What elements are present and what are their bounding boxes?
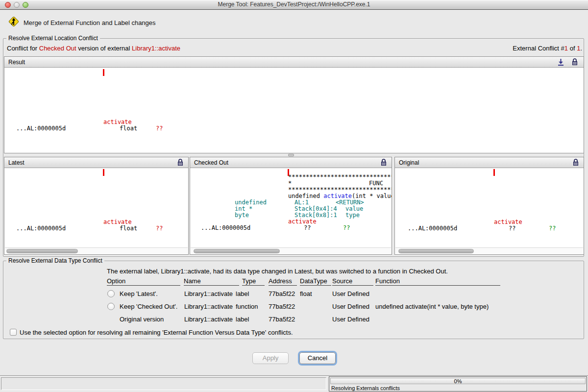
listing-datatype: ?? — [509, 225, 515, 232]
column-header-source: Source — [332, 277, 373, 286]
var-type: byte — [235, 212, 249, 219]
h-scrollbar[interactable] — [191, 247, 391, 254]
cell-type: function — [236, 302, 258, 311]
latest-panel-header: Latest — [4, 157, 188, 168]
column-header-address: Address — [269, 277, 297, 286]
use-for-all-checkbox[interactable] — [10, 329, 17, 336]
cell-source: User Defined — [332, 302, 369, 311]
column-header-name: Name — [184, 277, 239, 286]
cell-type: label — [236, 290, 249, 298]
original-panel-header: Original — [395, 157, 584, 168]
h-scrollbar-thumb[interactable] — [398, 249, 474, 253]
merge-sign-icon — [8, 16, 20, 27]
lock-icon[interactable] — [177, 159, 183, 166]
cell-function: undefined activate(int * value, byte typ… — [375, 302, 489, 311]
keep-checked-out-radio[interactable] — [107, 303, 115, 310]
column-header-option: Option — [107, 277, 180, 286]
listing-cursor — [103, 69, 104, 76]
latest-panel: Latest activate ...AL:0000005d float ?? — [4, 157, 189, 255]
listing-datatype: float — [120, 125, 137, 132]
cell-address: 77ba5f22 — [269, 290, 295, 298]
var-name: type — [345, 212, 360, 219]
cell-address: 77ba5f22 — [269, 315, 295, 324]
checked-out-panel: Checked Out ****************************… — [190, 157, 392, 255]
splitter-grip[interactable] — [288, 154, 294, 156]
column-header-function: Function — [375, 277, 500, 286]
checked-out-panel-title: Checked Out — [194, 157, 228, 168]
conflict-prefix: Conflict for — [7, 45, 39, 52]
listing-value: ?? — [343, 225, 350, 231]
checked-out-listing[interactable]: ****************************************… — [190, 168, 392, 254]
down-arrow-icon[interactable] — [558, 59, 564, 66]
listing-address: ...AL:0000005d — [201, 225, 250, 231]
h-scrollbar-thumb[interactable] — [194, 249, 280, 253]
progress-panel: 0% Resolving Externals conflicts — [329, 376, 587, 392]
counter-prefix: External Conflict # — [513, 45, 564, 52]
cell-datatype: float — [300, 290, 312, 298]
h-scrollbar[interactable] — [395, 247, 583, 254]
cell-name: Library1::activate — [184, 290, 233, 298]
listing-address: ...AL:0000005d — [408, 225, 457, 232]
column-header-datatype: DataType — [300, 277, 331, 286]
listing-value: ?? — [156, 125, 163, 132]
cell-name: Library1::activate — [184, 315, 233, 324]
use-for-all-label: Use the selected option for resolving al… — [20, 328, 293, 337]
h-scrollbar-thumb[interactable] — [6, 249, 78, 253]
listing-label: activate — [288, 219, 317, 225]
lock-icon[interactable] — [381, 159, 387, 166]
latest-listing[interactable]: activate ...AL:0000005d float ?? — [4, 168, 188, 254]
cell-address: 77ba5f22 — [269, 302, 295, 311]
option-label: Keep 'Latest'. — [120, 290, 158, 298]
window-title: Merge Tool: Features_DevTestProject:/Win… — [0, 1, 588, 8]
original-panel-title: Original — [399, 157, 419, 168]
lock-icon[interactable] — [573, 159, 579, 166]
apply-button[interactable]: Apply — [252, 352, 289, 364]
listing-datatype: float — [120, 225, 137, 232]
merge-phase-title: Merge of External Function and Label cha… — [24, 19, 156, 26]
datatype-conflict-description: The external label, Library1::activate, … — [107, 268, 448, 275]
listing-cursor — [103, 169, 104, 176]
result-panel-title: Result — [8, 57, 25, 68]
cell-name: Library1::activate — [184, 302, 233, 311]
signature-params: (int * value, byte type) — [352, 193, 392, 199]
conflict-description: Conflict for Checked Out version of exte… — [7, 45, 180, 52]
progress-message: Resolving Externals conflicts — [331, 385, 400, 391]
conflict-external-name: Library1::activate — [132, 45, 180, 52]
listing-value: ?? — [549, 225, 556, 232]
column-header-type: Type — [242, 277, 265, 286]
signature-return-type: undefined — [288, 193, 323, 199]
counter-of: of — [568, 45, 577, 52]
option-label: Original version — [120, 315, 164, 324]
listing-address: ...AL:0000005d — [16, 225, 66, 232]
cell-source: User Defined — [332, 315, 369, 324]
listing-value: ?? — [156, 225, 163, 232]
signature-function-name: activate — [323, 193, 352, 199]
listing-cursor — [493, 169, 495, 176]
listing-address: ...AL:0000005d — [16, 125, 66, 132]
latest-panel-title: Latest — [8, 157, 24, 168]
progress-bar: 0% — [330, 378, 586, 384]
result-panel: Result activate ...AL:0000005d float ?? — [4, 56, 584, 153]
location-conflict-group-title: Resolve External Location Conflict — [6, 35, 100, 42]
cancel-button[interactable]: Cancel — [299, 352, 336, 364]
original-listing[interactable]: activate ...AL:0000005d ?? ?? — [395, 168, 584, 254]
original-panel: Original activate ...AL:0000005d ?? ?? — [394, 157, 584, 255]
listing-datatype: ?? — [304, 225, 311, 231]
conflict-counter: External Conflict #1 of 1. — [513, 45, 582, 52]
titlebar: Merge Tool: Features_DevTestProject:/Win… — [0, 0, 588, 10]
conflict-middle: version of external — [76, 45, 132, 52]
lock-icon[interactable] — [572, 58, 578, 66]
result-panel-header: Result — [4, 57, 584, 68]
conflict-version: Checked Out — [39, 45, 76, 52]
datatype-conflict-group-title: Resolve External Data Type Conflict — [6, 257, 104, 264]
counter-end: . — [580, 45, 582, 52]
result-listing[interactable]: activate ...AL:0000005d float ?? — [4, 68, 584, 153]
checked-out-panel-header: Checked Out — [190, 157, 392, 168]
cell-type: label — [236, 315, 249, 324]
cell-source: User Defined — [332, 290, 369, 298]
status-message-area — [1, 377, 326, 390]
h-scrollbar[interactable] — [5, 247, 188, 254]
counter-current: 1 — [564, 45, 568, 52]
keep-latest-radio[interactable] — [107, 290, 115, 297]
option-label: Keep 'Checked Out'. — [120, 302, 177, 311]
